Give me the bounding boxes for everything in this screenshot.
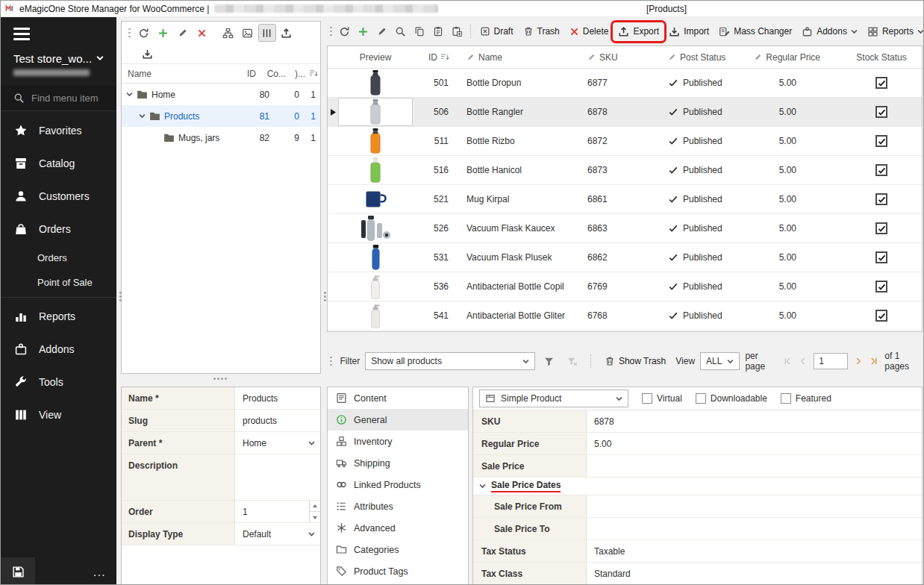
next-page-button[interactable] (853, 356, 864, 366)
product-row[interactable]: 536Antibacterial Bottle Copil6769Publish… (328, 272, 922, 301)
product-type-select[interactable]: Simple Product (479, 390, 628, 407)
page-input[interactable] (814, 353, 848, 369)
tab-attributes[interactable]: Attributes (328, 495, 468, 517)
search-products-button[interactable] (392, 22, 410, 40)
save-button[interactable] (1, 557, 35, 585)
toolbar-drag-handle[interactable] (327, 357, 335, 366)
edit-product-button[interactable] (373, 22, 391, 40)
edit-category-button[interactable] (174, 24, 192, 42)
first-page-button[interactable] (782, 356, 793, 366)
detail-field-sale-price-from[interactable] (587, 495, 922, 517)
tab-inventory[interactable]: Inventory (328, 431, 468, 452)
paste-special-button[interactable] (448, 22, 466, 40)
sidebar-item-favorites[interactable]: Favorites (1, 114, 116, 147)
refresh-products-button[interactable] (336, 22, 354, 40)
store-selector[interactable]: Test store_wo... (13, 52, 104, 65)
paste-button[interactable] (429, 22, 447, 40)
apply-filter-button[interactable] (540, 352, 558, 370)
stock-status-checkbox[interactable] (875, 193, 887, 205)
col-id[interactable]: ID (413, 46, 458, 68)
col-preview[interactable]: Preview (338, 46, 413, 68)
sidebar-item-customers[interactable]: Customers (1, 180, 116, 213)
menu-toggle-button[interactable] (13, 28, 30, 40)
split-view-button[interactable] (258, 24, 276, 42)
menu-search[interactable] (1, 86, 116, 111)
product-row[interactable]: 506Bottle Rangler6878Published5.00 (328, 98, 922, 127)
tab-shipping[interactable]: Shipping (328, 452, 468, 474)
product-row[interactable]: 516Bottle Hanicol6873Published5.00 (328, 156, 922, 185)
product-row[interactable]: 531Vacuum Flask Plusek6862Published5.00 (328, 243, 922, 272)
form-field-slug[interactable]: products (235, 410, 320, 431)
detail-field-tax-status[interactable]: Taxable (587, 540, 922, 562)
section-sale-price-dates[interactable]: Sale Price Dates (473, 478, 922, 495)
sidebar-item-reports[interactable]: Reports (1, 300, 116, 333)
tree-col-name[interactable]: Name (122, 69, 234, 79)
form-field-parent[interactable]: Home (235, 432, 320, 454)
product-row[interactable]: 541Antibacterial Bottle Gliter6768Publis… (328, 301, 922, 331)
clear-filter-button[interactable] (564, 352, 581, 370)
stock-status-checkbox[interactable] (875, 281, 887, 292)
add-product-button[interactable] (355, 22, 372, 40)
col-name[interactable]: Name (458, 46, 577, 68)
delete-button[interactable]: Delete (565, 23, 614, 40)
reports-dropdown[interactable]: Reports (863, 23, 924, 40)
menu-search-input[interactable] (31, 93, 115, 104)
product-row[interactable]: 511Bottle Rizbo6872Published5.00 (328, 127, 922, 156)
form-field-order[interactable]: 1 (235, 501, 320, 522)
refresh-categories-button[interactable] (135, 24, 153, 42)
toolbar-drag-handle[interactable] (125, 28, 134, 38)
tree-col-id[interactable]: ID (234, 69, 259, 79)
export-categories-button[interactable] (278, 24, 296, 42)
tab-advanced[interactable]: Advanced (328, 517, 468, 539)
detail-field-sale-price[interactable] (587, 455, 922, 477)
sidebar-item-view[interactable]: View (1, 398, 116, 431)
tree-view-button[interactable] (219, 24, 237, 42)
detail-field-sku[interactable]: 6878 (587, 410, 922, 432)
checkbox-downloadable[interactable]: Downloadable (696, 393, 767, 404)
stock-status-checkbox[interactable] (875, 251, 887, 263)
tab-linked-products[interactable]: Linked Products (328, 474, 468, 495)
draft-button[interactable]: Draft (475, 23, 518, 40)
sidebar-item-tools[interactable]: Tools (1, 366, 116, 398)
horizontal-splitter-handle[interactable] (213, 378, 227, 380)
sidebar-item-catalog[interactable]: Catalog (1, 147, 116, 180)
import-categories-button[interactable] (138, 45, 156, 63)
order-stepper[interactable] (309, 501, 320, 522)
sidebar-splitter-handle[interactable] (116, 292, 125, 301)
mass-changer-button[interactable]: Mass Changer (714, 23, 796, 40)
stock-status-checkbox[interactable] (875, 164, 887, 176)
tab-general[interactable]: General (328, 409, 468, 431)
product-row[interactable]: 526Vacuum Flask Kaucex6863Published5.00 (328, 214, 922, 243)
category-tree-row[interactable]: Mugs, jars8291 (122, 127, 320, 148)
stock-status-checkbox[interactable] (875, 77, 887, 89)
checkbox-featured[interactable]: Featured (781, 393, 831, 404)
tree-col-extra[interactable]: )... (289, 69, 307, 79)
product-row[interactable]: 521Mug Kirpal6861Published5.00 (328, 185, 922, 214)
trash-button[interactable]: Trash (519, 23, 564, 40)
category-tree-row[interactable]: Home8001 (122, 84, 320, 105)
detail-field-regular-price[interactable]: 5.00 (587, 433, 922, 454)
sort-icon[interactable] (307, 69, 320, 78)
delete-category-button[interactable] (193, 24, 211, 42)
stock-status-checkbox[interactable] (875, 310, 887, 322)
col-stock-status[interactable]: Stock Status (841, 46, 922, 68)
col-sku[interactable]: SKU (577, 46, 659, 68)
tab-product-tags[interactable]: Product Tags (328, 560, 468, 582)
col-post-status[interactable]: Post Status (659, 46, 764, 68)
import-button[interactable]: Import (664, 23, 714, 40)
more-button[interactable]: ... (93, 566, 106, 578)
sidebar-subitem-orders[interactable]: Orders (1, 245, 116, 270)
detail-field-sale-price-to[interactable] (587, 518, 922, 539)
image-view-button[interactable] (239, 24, 257, 42)
detail-field-tax-class[interactable]: Standard (587, 563, 922, 584)
products-filter-select[interactable]: Show all products (365, 352, 535, 370)
col-regular-price[interactable]: Regular Price (764, 46, 841, 68)
tree-col-count[interactable]: Co... (259, 69, 289, 79)
export-button[interactable]: Export (614, 23, 664, 40)
stock-status-checkbox[interactable] (875, 222, 887, 234)
tab-categories[interactable]: Categories (328, 539, 468, 560)
form-field-display-type[interactable]: Default (235, 523, 320, 545)
sidebar-subitem-point-of-sale[interactable]: Point of Sale (1, 270, 116, 295)
category-tree-row[interactable]: Products8101 (122, 105, 320, 127)
checkbox-virtual[interactable]: Virtual (642, 393, 682, 404)
